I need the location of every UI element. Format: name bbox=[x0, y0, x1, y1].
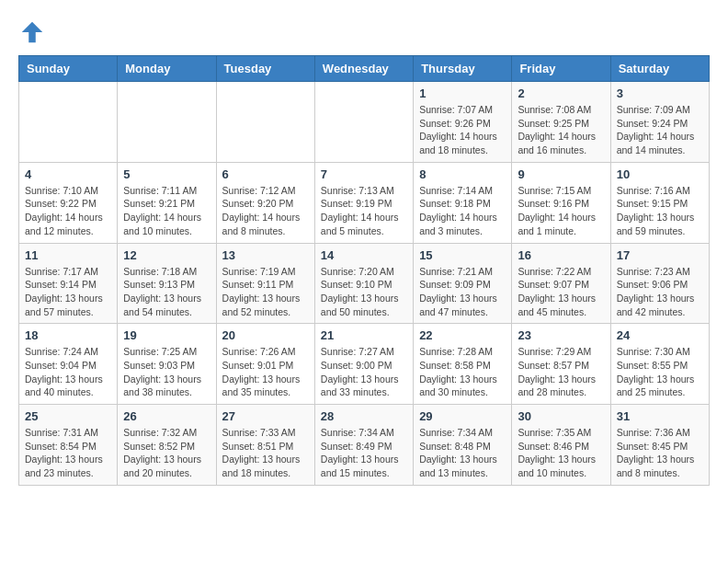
day-info: Sunrise: 7:16 AMSunset: 9:15 PMDaylight:… bbox=[617, 184, 703, 238]
calendar-cell: 15Sunrise: 7:21 AMSunset: 9:09 PMDayligh… bbox=[414, 243, 512, 324]
day-number: 26 bbox=[123, 409, 210, 423]
calendar-cell: 26Sunrise: 7:32 AMSunset: 8:52 PMDayligh… bbox=[118, 405, 216, 486]
day-number: 10 bbox=[617, 167, 703, 181]
calendar-cell: 11Sunrise: 7:17 AMSunset: 9:14 PMDayligh… bbox=[19, 243, 118, 324]
day-number: 12 bbox=[123, 248, 210, 262]
calendar-cell: 5Sunrise: 7:11 AMSunset: 9:21 PMDaylight… bbox=[118, 162, 216, 243]
day-info: Sunrise: 7:08 AMSunset: 9:25 PMDaylight:… bbox=[518, 103, 604, 157]
calendar-cell: 2Sunrise: 7:08 AMSunset: 9:25 PMDaylight… bbox=[512, 82, 610, 163]
day-number: 5 bbox=[123, 167, 210, 181]
week-row-2: 4Sunrise: 7:10 AMSunset: 9:22 PMDaylight… bbox=[19, 162, 710, 243]
calendar-cell: 19Sunrise: 7:25 AMSunset: 9:03 PMDayligh… bbox=[118, 324, 216, 405]
calendar-cell: 10Sunrise: 7:16 AMSunset: 9:15 PMDayligh… bbox=[610, 162, 709, 243]
calendar-cell: 4Sunrise: 7:10 AMSunset: 9:22 PMDaylight… bbox=[19, 162, 118, 243]
weekday-header-friday: Friday bbox=[512, 56, 610, 82]
calendar-cell: 28Sunrise: 7:34 AMSunset: 8:49 PMDayligh… bbox=[314, 405, 413, 486]
calendar-cell: 18Sunrise: 7:24 AMSunset: 9:04 PMDayligh… bbox=[19, 324, 118, 405]
day-info: Sunrise: 7:28 AMSunset: 8:58 PMDaylight:… bbox=[419, 345, 506, 399]
day-number: 19 bbox=[123, 328, 210, 342]
day-info: Sunrise: 7:33 AMSunset: 8:51 PMDaylight:… bbox=[222, 426, 309, 480]
day-info: Sunrise: 7:07 AMSunset: 9:26 PMDaylight:… bbox=[419, 103, 506, 157]
day-number: 15 bbox=[419, 248, 506, 262]
calendar-cell: 24Sunrise: 7:30 AMSunset: 8:55 PMDayligh… bbox=[610, 324, 709, 405]
week-row-1: 1Sunrise: 7:07 AMSunset: 9:26 PMDaylight… bbox=[19, 82, 710, 163]
day-info: Sunrise: 7:10 AMSunset: 9:22 PMDaylight:… bbox=[25, 184, 111, 238]
calendar-cell: 3Sunrise: 7:09 AMSunset: 9:24 PMDaylight… bbox=[610, 82, 709, 163]
calendar-cell: 7Sunrise: 7:13 AMSunset: 9:19 PMDaylight… bbox=[314, 162, 413, 243]
day-info: Sunrise: 7:31 AMSunset: 8:54 PMDaylight:… bbox=[25, 426, 111, 480]
calendar-cell: 29Sunrise: 7:34 AMSunset: 8:48 PMDayligh… bbox=[414, 405, 512, 486]
day-info: Sunrise: 7:26 AMSunset: 9:01 PMDaylight:… bbox=[222, 345, 309, 399]
calendar-cell: 30Sunrise: 7:35 AMSunset: 8:46 PMDayligh… bbox=[512, 405, 610, 486]
day-info: Sunrise: 7:34 AMSunset: 8:48 PMDaylight:… bbox=[419, 426, 506, 480]
calendar-cell bbox=[19, 82, 118, 163]
day-info: Sunrise: 7:11 AMSunset: 9:21 PMDaylight:… bbox=[123, 184, 210, 238]
day-number: 23 bbox=[518, 328, 604, 342]
calendar-cell: 22Sunrise: 7:28 AMSunset: 8:58 PMDayligh… bbox=[414, 324, 512, 405]
day-number: 31 bbox=[617, 409, 703, 423]
day-number: 28 bbox=[321, 409, 407, 423]
day-number: 11 bbox=[25, 248, 111, 262]
day-number: 14 bbox=[321, 248, 407, 262]
day-number: 3 bbox=[617, 86, 703, 100]
calendar-cell: 31Sunrise: 7:36 AMSunset: 8:45 PMDayligh… bbox=[610, 405, 709, 486]
day-number: 1 bbox=[419, 86, 506, 100]
day-number: 30 bbox=[518, 409, 604, 423]
day-number: 9 bbox=[518, 167, 604, 181]
day-info: Sunrise: 7:29 AMSunset: 8:57 PMDaylight:… bbox=[518, 345, 604, 399]
calendar-cell: 14Sunrise: 7:20 AMSunset: 9:10 PMDayligh… bbox=[314, 243, 413, 324]
day-info: Sunrise: 7:22 AMSunset: 9:07 PMDaylight:… bbox=[518, 265, 604, 319]
calendar-cell: 25Sunrise: 7:31 AMSunset: 8:54 PMDayligh… bbox=[19, 405, 118, 486]
calendar-cell: 21Sunrise: 7:27 AMSunset: 9:00 PMDayligh… bbox=[314, 324, 413, 405]
weekday-header-thursday: Thursday bbox=[414, 56, 512, 82]
calendar-cell: 16Sunrise: 7:22 AMSunset: 9:07 PMDayligh… bbox=[512, 243, 610, 324]
calendar-cell: 23Sunrise: 7:29 AMSunset: 8:57 PMDayligh… bbox=[512, 324, 610, 405]
svg-marker-0 bbox=[22, 22, 43, 43]
week-row-4: 18Sunrise: 7:24 AMSunset: 9:04 PMDayligh… bbox=[19, 324, 710, 405]
weekday-header-monday: Monday bbox=[118, 56, 216, 82]
weekday-header-saturday: Saturday bbox=[610, 56, 709, 82]
day-info: Sunrise: 7:19 AMSunset: 9:11 PMDaylight:… bbox=[222, 265, 309, 319]
day-info: Sunrise: 7:21 AMSunset: 9:09 PMDaylight:… bbox=[419, 265, 506, 319]
calendar-cell: 1Sunrise: 7:07 AMSunset: 9:26 PMDaylight… bbox=[414, 82, 512, 163]
day-number: 7 bbox=[321, 167, 407, 181]
week-row-3: 11Sunrise: 7:17 AMSunset: 9:14 PMDayligh… bbox=[19, 243, 710, 324]
calendar-cell bbox=[118, 82, 216, 163]
day-number: 27 bbox=[222, 409, 309, 423]
day-info: Sunrise: 7:14 AMSunset: 9:18 PMDaylight:… bbox=[419, 184, 506, 238]
weekday-header-sunday: Sunday bbox=[19, 56, 118, 82]
day-number: 8 bbox=[419, 167, 506, 181]
day-info: Sunrise: 7:23 AMSunset: 9:06 PMDaylight:… bbox=[617, 265, 703, 319]
day-info: Sunrise: 7:09 AMSunset: 9:24 PMDaylight:… bbox=[617, 103, 703, 157]
day-number: 29 bbox=[419, 409, 506, 423]
calendar-cell: 6Sunrise: 7:12 AMSunset: 9:20 PMDaylight… bbox=[216, 162, 314, 243]
day-info: Sunrise: 7:15 AMSunset: 9:16 PMDaylight:… bbox=[518, 184, 604, 238]
day-number: 24 bbox=[617, 328, 703, 342]
day-info: Sunrise: 7:30 AMSunset: 8:55 PMDaylight:… bbox=[617, 345, 703, 399]
day-info: Sunrise: 7:32 AMSunset: 8:52 PMDaylight:… bbox=[123, 426, 210, 480]
weekday-header-row: SundayMondayTuesdayWednesdayThursdayFrid… bbox=[19, 56, 710, 82]
calendar-cell bbox=[314, 82, 413, 163]
day-number: 22 bbox=[419, 328, 506, 342]
day-number: 2 bbox=[518, 86, 604, 100]
calendar-cell: 27Sunrise: 7:33 AMSunset: 8:51 PMDayligh… bbox=[216, 405, 314, 486]
logo bbox=[18, 18, 50, 46]
calendar-cell: 13Sunrise: 7:19 AMSunset: 9:11 PMDayligh… bbox=[216, 243, 314, 324]
day-number: 18 bbox=[25, 328, 111, 342]
day-number: 25 bbox=[25, 409, 111, 423]
day-number: 16 bbox=[518, 248, 604, 262]
day-number: 4 bbox=[25, 167, 111, 181]
day-info: Sunrise: 7:12 AMSunset: 9:20 PMDaylight:… bbox=[222, 184, 309, 238]
day-number: 21 bbox=[321, 328, 407, 342]
day-info: Sunrise: 7:17 AMSunset: 9:14 PMDaylight:… bbox=[25, 265, 111, 319]
day-number: 13 bbox=[222, 248, 309, 262]
day-info: Sunrise: 7:34 AMSunset: 8:49 PMDaylight:… bbox=[321, 426, 407, 480]
weekday-header-tuesday: Tuesday bbox=[216, 56, 314, 82]
day-info: Sunrise: 7:18 AMSunset: 9:13 PMDaylight:… bbox=[123, 265, 210, 319]
day-info: Sunrise: 7:27 AMSunset: 9:00 PMDaylight:… bbox=[321, 345, 407, 399]
calendar: SundayMondayTuesdayWednesdayThursdayFrid… bbox=[18, 55, 710, 486]
day-info: Sunrise: 7:20 AMSunset: 9:10 PMDaylight:… bbox=[321, 265, 407, 319]
weekday-header-wednesday: Wednesday bbox=[314, 56, 413, 82]
calendar-cell: 20Sunrise: 7:26 AMSunset: 9:01 PMDayligh… bbox=[216, 324, 314, 405]
page-header bbox=[18, 18, 710, 46]
